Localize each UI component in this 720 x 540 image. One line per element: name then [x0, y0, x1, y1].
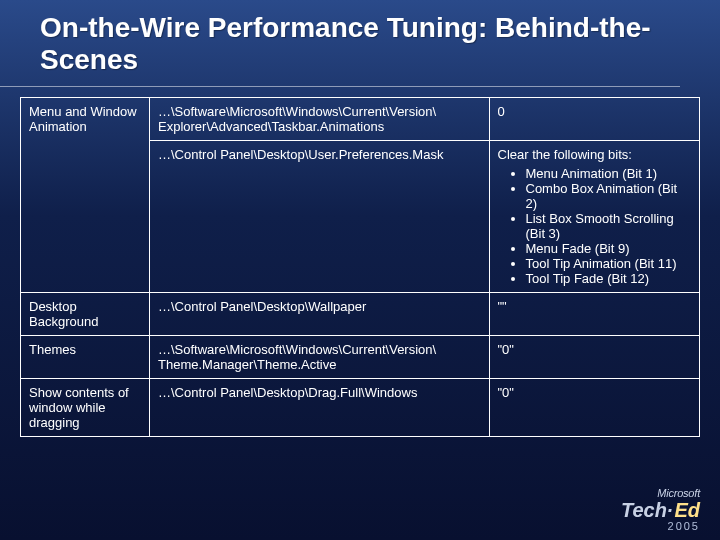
row-path: …\Software\Microsoft\Windows\Current\Ver… [150, 98, 490, 141]
row-label: Menu and Window Animation [21, 98, 150, 293]
list-item: Tool Tip Fade (Bit 12) [526, 271, 692, 286]
table-row: Menu and Window Animation …\Software\Mic… [21, 98, 700, 141]
table-row: Show contents of window while dragging …… [21, 379, 700, 437]
teched-tech: Tech· [621, 499, 673, 522]
list-item: Menu Fade (Bit 9) [526, 241, 692, 256]
row-label: Desktop Background [21, 293, 150, 336]
table-row: Themes …\Software\Microsoft\Windows\Curr… [21, 336, 700, 379]
list-item: Menu Animation (Bit 1) [526, 166, 692, 181]
row-label: Themes [21, 336, 150, 379]
row-value: "0" [489, 379, 700, 437]
settings-table-wrap: Menu and Window Animation …\Software\Mic… [20, 97, 700, 437]
teched-ed: Ed [674, 499, 700, 522]
row-path: …\Control Panel\Desktop\User.Preferences… [150, 141, 490, 293]
row-value: "0" [489, 336, 700, 379]
row-value: 0 [489, 98, 700, 141]
list-item: Combo Box Animation (Bit 2) [526, 181, 692, 211]
list-item: List Box Smooth Scrolling (Bit 3) [526, 211, 692, 241]
row-value-heading: Clear the following bits: [498, 147, 632, 162]
microsoft-label: Microsoft [621, 487, 700, 499]
row-path: …\Control Panel\Desktop\Drag.Full\Window… [150, 379, 490, 437]
table-row: Desktop Background …\Control Panel\Deskt… [21, 293, 700, 336]
row-label: Show contents of window while dragging [21, 379, 150, 437]
list-item: Tool Tip Animation (Bit 11) [526, 256, 692, 271]
row-path: …\Control Panel\Desktop\Wallpaper [150, 293, 490, 336]
row-path: …\Software\Microsoft\Windows\Current\Ver… [150, 336, 490, 379]
row-value: "" [489, 293, 700, 336]
settings-table: Menu and Window Animation …\Software\Mic… [20, 97, 700, 437]
teched-logo: Tech·Ed [621, 499, 700, 522]
page-title: On-the-Wire Performance Tuning: Behind-t… [0, 0, 680, 87]
footer-brand: Microsoft Tech·Ed 2005 [621, 487, 700, 532]
bits-list: Menu Animation (Bit 1) Combo Box Animati… [498, 166, 692, 286]
row-value: Clear the following bits: Menu Animation… [489, 141, 700, 293]
